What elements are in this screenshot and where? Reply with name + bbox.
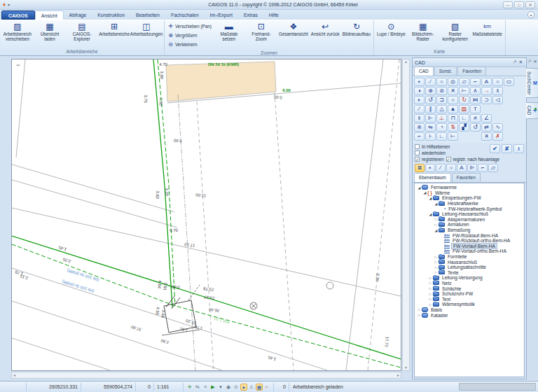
ribbon-button-bildschirm-raster[interactable]: ▦Bildschirm-Raster bbox=[407, 21, 439, 42]
ribbon-button-bildneuaufbau[interactable]: ↻Bildneuaufbau bbox=[341, 21, 372, 37]
grid-icon[interactable]: ▦ bbox=[256, 384, 263, 391]
expand-icon[interactable]: ▷ bbox=[428, 292, 433, 296]
tab-fachschalen[interactable]: Fachschalen bbox=[165, 10, 205, 20]
play-icon[interactable]: ▶ bbox=[209, 384, 216, 391]
expand-icon[interactable]: ▷ bbox=[434, 255, 439, 259]
ribbon-button-vergr-ern[interactable]: ⊕Vergrößern bbox=[167, 31, 212, 40]
ribbon-button-arbeitsbereiche[interactable]: ⊞Arbeitsbereiche bbox=[98, 21, 130, 37]
ribbon-button-ma-stab-setzen[interactable]: ▬Maßstab setzen bbox=[213, 21, 245, 42]
app-menu-button[interactable]: CAIGOS bbox=[1, 10, 35, 20]
cad-tool-button[interactable]: → bbox=[481, 87, 492, 95]
tree-item-hausanschlu[interactable]: ▷Hausanschluß bbox=[415, 259, 524, 265]
ribbon-button-arbeitssitzungen[interactable]: ◫Arbeitssitzungen bbox=[130, 21, 163, 37]
collapse-icon[interactable]: ◢ bbox=[434, 202, 439, 206]
tree-item-leitungsabschnitte[interactable]: ▷Leitungsabschnitte bbox=[415, 265, 524, 270]
dropdown-caret-icon[interactable]: ▾ bbox=[217, 384, 224, 391]
cad-tool-button[interactable]: ⊥ bbox=[436, 114, 447, 122]
cad-tool-button[interactable]: ∕ bbox=[425, 78, 436, 86]
tree-item-armaturen[interactable]: ▷Armaturen bbox=[415, 222, 524, 227]
side-tab-suchcenter[interactable]: MSuchCenter bbox=[526, 68, 538, 98]
tab-extras[interactable]: Extras bbox=[238, 10, 263, 20]
map-vertical-scrollbar[interactable]: ▲ ▼ bbox=[402, 59, 410, 371]
entity-button-2[interactable]: ∕ bbox=[436, 164, 446, 172]
tree-item-leitung-versorgung[interactable]: ▷Leitung-Versorgung bbox=[415, 275, 524, 281]
cad-tool-button[interactable]: ▞ bbox=[459, 123, 469, 132]
ribbon-button-lupe-birdeye[interactable]: ⊙Lupe / Birdeye bbox=[375, 21, 407, 37]
cad-tool-button[interactable]: ↺ bbox=[470, 123, 481, 132]
tree-item-text[interactable]: ▷Text bbox=[415, 296, 524, 302]
confirm-button[interactable]: ✔ bbox=[490, 144, 500, 153]
scroll-up-icon[interactable]: ▲ bbox=[404, 59, 408, 64]
cad-tool-button[interactable]: ∧ bbox=[470, 87, 481, 95]
tree-item-basis[interactable]: ▷Basis bbox=[415, 307, 524, 313]
ribbon-button-ansicht-zur-ck[interactable]: ↩Ansicht zurück bbox=[310, 21, 341, 37]
collapse-icon[interactable]: ◢ bbox=[422, 190, 427, 195]
collapse-icon[interactable]: ◢ bbox=[428, 196, 433, 200]
polygon-icon[interactable]: ∆ bbox=[248, 384, 255, 391]
cad-tool-button[interactable]: ∟ bbox=[436, 132, 447, 141]
cad-tool-button[interactable]: ⇄ bbox=[481, 123, 492, 132]
cad-tool-button[interactable]: ○ bbox=[448, 96, 458, 104]
cad-tool-button[interactable]: ◎ bbox=[448, 78, 458, 86]
expand-icon[interactable]: ▷ bbox=[428, 302, 433, 307]
expand-icon[interactable]: ▷ bbox=[428, 276, 433, 280]
cad-tool-button[interactable]: ↻ bbox=[459, 96, 469, 104]
strip-pin-icon[interactable]: ⊤ bbox=[527, 59, 531, 64]
swap-icon[interactable]: ⇆ bbox=[194, 384, 201, 391]
info-button[interactable]: i bbox=[513, 144, 524, 153]
cad-tool-button[interactable]: ∕ bbox=[414, 105, 425, 113]
cad-tool-button[interactable]: ▪ bbox=[414, 78, 425, 86]
ribbon-button-arbeitsbereich-verschieben[interactable]: ▨Arbeitsbereich verschieben bbox=[1, 21, 34, 42]
cad-tool-button[interactable]: ○ bbox=[436, 78, 447, 86]
eye-icon[interactable]: ◉ bbox=[225, 384, 232, 391]
tree-item-fw-vorlauf-ortho-bem-ha[interactable]: kmFW-Vorlauf-ortho.Bem-HA bbox=[415, 248, 524, 254]
tab-cad[interactable]: CAD bbox=[414, 66, 434, 76]
cad-tool-button[interactable]: ⌐ bbox=[470, 78, 481, 86]
entity-button-3[interactable]: ○ bbox=[446, 164, 456, 172]
tab-sonst[interactable]: Sonst. bbox=[434, 66, 457, 76]
tree-item-heizkraftwerke[interactable]: ◢Heizkraftwerke bbox=[415, 201, 524, 206]
ribbon-button-verkleinern[interactable]: ⊖Verkleinern bbox=[167, 40, 212, 49]
expand-icon[interactable]: ▷ bbox=[417, 313, 422, 317]
entity-button-1[interactable]: ▪ bbox=[425, 164, 435, 172]
cad-tool-button[interactable]: ⌐ bbox=[414, 132, 425, 141]
cad-tool-button[interactable]: ⇋ bbox=[425, 123, 436, 132]
cad-tool-button[interactable]: ○ bbox=[492, 78, 503, 86]
cad-tool-button[interactable]: ∿ bbox=[492, 123, 503, 132]
entity-button-0[interactable]: ≣ bbox=[415, 164, 425, 172]
snap-icon[interactable]: ✛ bbox=[186, 384, 193, 391]
minimize-button[interactable]: ─ bbox=[503, 1, 513, 8]
cad-tool-button[interactable]: ∥ bbox=[425, 105, 436, 113]
cad-tool-button[interactable]: ⊢ bbox=[448, 132, 458, 141]
cad-tool-button[interactable]: ⇅ bbox=[448, 123, 458, 132]
tree-item-texte[interactable]: ▷Texte bbox=[415, 270, 524, 276]
side-tab-cad[interactable]: ✛CAD bbox=[526, 102, 538, 118]
entity-button-7[interactable]: ▱ bbox=[488, 164, 498, 172]
tab-abfrage[interactable]: Abfrage bbox=[64, 10, 92, 20]
cad-tool-button[interactable]: ‖ bbox=[414, 114, 425, 122]
corner-icon[interactable]: ⌐ bbox=[263, 384, 270, 391]
cad-tool-button[interactable]: A bbox=[481, 78, 492, 86]
tree-item-fw-vorlauf-bem-ha[interactable]: kmFW-Vorlauf-Bem-HA bbox=[415, 244, 524, 249]
cad-tool-button[interactable]: T bbox=[470, 105, 481, 113]
tab-konstruktion[interactable]: Konstruktion bbox=[92, 10, 130, 20]
ribbon-button-bersicht-laden[interactable]: ▦Übersicht laden bbox=[34, 21, 66, 42]
pin-icon[interactable]: ⊤ bbox=[511, 59, 518, 65]
ribbon-button-freihand-zoom[interactable]: ⊡Freihand-Zoom bbox=[245, 21, 277, 42]
expand-icon[interactable]: ▷ bbox=[434, 265, 439, 270]
cad-tool-button[interactable]: ◑ bbox=[414, 87, 425, 95]
checkbox-wiederholen[interactable] bbox=[415, 150, 420, 155]
cad-tool-button[interactable]: △ bbox=[436, 105, 447, 113]
tab-hilfe[interactable]: Hilfe bbox=[263, 10, 284, 20]
tree-item-kataster[interactable]: ▷Kataster bbox=[415, 312, 524, 318]
cad-tool-button[interactable]: ↺ bbox=[425, 96, 436, 104]
cad-tool-button[interactable]: ⊓ bbox=[448, 114, 458, 122]
tree-item-fernwaerme[interactable]: ◢Fernwaerme bbox=[415, 185, 524, 190]
tree-item-fw-heizkraftwerk-symbol[interactable]: ▪FW-Heizkraftwerk-Symbol bbox=[415, 206, 524, 211]
cad-tool-button[interactable]: ⊦ bbox=[425, 132, 436, 141]
tree-item-w-rmesymbolik[interactable]: ▷Wärmesymbolik bbox=[415, 302, 524, 307]
tab-im-export[interactable]: Im-/Export bbox=[205, 10, 238, 20]
cad-tool-button[interactable]: ∟ bbox=[459, 114, 469, 122]
cad-tool-button[interactable]: ▨ bbox=[459, 105, 469, 113]
ribbon-button-raster-konfigurieren[interactable]: ▧Raster konfigurieren bbox=[439, 21, 471, 42]
